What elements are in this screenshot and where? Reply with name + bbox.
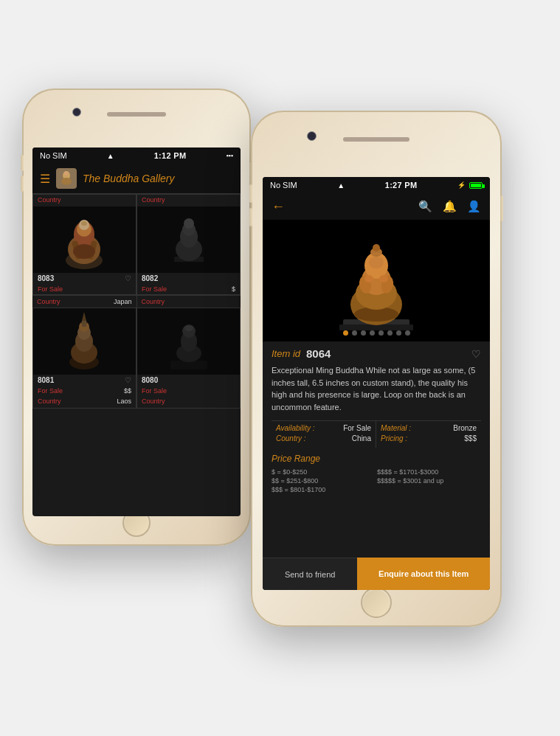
country-row-br: Country <box>137 396 240 408</box>
item-id-8083: 8083 <box>38 274 54 282</box>
dot-7[interactable] <box>396 330 401 336</box>
mid-row-labels: Country Japan Country <box>32 295 241 308</box>
country-label-br: Country <box>142 397 165 405</box>
svg-point-39 <box>373 244 380 251</box>
dot-4[interactable] <box>370 330 375 336</box>
item-row-8082: 8082 <box>137 273 240 284</box>
country-row-tl: Country <box>33 195 136 206</box>
vol-up-2 <box>249 184 252 203</box>
item-id-label: Item id <box>272 348 300 359</box>
availability-row: Availability : For Sale <box>276 424 371 432</box>
battery-icon-1: ▪▪▪ <box>226 152 233 159</box>
dot-6[interactable] <box>387 330 393 336</box>
country-label-tl: Country <box>38 196 61 204</box>
battery-icon-2: ⚡ <box>457 181 466 189</box>
svg-point-1 <box>61 178 72 185</box>
dot-2[interactable] <box>352 330 357 336</box>
item-id-8080: 8080 <box>142 376 158 384</box>
volume-down <box>21 176 24 192</box>
pricing-label: Pricing : <box>381 434 407 442</box>
dot-1[interactable] <box>343 330 348 336</box>
user-nav-icon[interactable]: 👤 <box>467 200 481 213</box>
app-logo <box>56 168 77 189</box>
sale-row-8081: For Sale $$ <box>33 386 136 396</box>
country-spec-value: China <box>352 434 371 442</box>
time-1: 1:12 PM <box>154 151 187 160</box>
grid-cell-top-right[interactable]: Country 8082 <box>136 194 241 295</box>
product-image-area[interactable] <box>263 220 490 341</box>
menu-icon[interactable]: ☰ <box>40 172 50 186</box>
item-id-row: Item id 8064 ♡ <box>272 347 481 360</box>
for-sale-8082: For Sale <box>142 285 167 293</box>
carrier-2: No SIM <box>270 181 297 190</box>
pricing-value: $$$ <box>464 434 477 442</box>
product-image-8081[interactable] <box>33 308 136 375</box>
laos-value: Laos <box>117 397 131 405</box>
battery-group: ⚡ <box>457 181 483 189</box>
svg-rect-24 <box>82 321 86 327</box>
status-bar-1: No SIM ▲ 1:12 PM ▪▪▪ <box>32 147 241 164</box>
price-item-1: $ = $0-$250 <box>272 468 376 476</box>
vol-down-2 <box>249 208 252 226</box>
svg-rect-13 <box>173 262 205 268</box>
sale-row-8080: For Sale <box>137 386 240 396</box>
item-row-8081: 8081 ♡ <box>33 375 136 386</box>
volume-up <box>21 155 24 171</box>
price-legend: $ = $0-$250 $$$$ = $1701-$3000 $$ = $251… <box>272 468 481 493</box>
product-image-8083[interactable] <box>33 206 136 273</box>
bell-nav-icon[interactable]: 🔔 <box>443 200 457 213</box>
dot-3[interactable] <box>361 330 366 336</box>
battery-bar <box>469 182 483 189</box>
material-value: Bronze <box>453 424 477 432</box>
item-id-number: 8064 <box>306 347 331 360</box>
japan-label: Japan <box>114 298 132 305</box>
item-row-8080: 8080 <box>137 375 240 386</box>
country-label-tr: Country <box>142 196 165 204</box>
for-sale-8080: For Sale <box>142 387 167 395</box>
product-grid: Country <box>32 194 241 409</box>
camera-2 <box>307 131 317 141</box>
search-nav-icon[interactable]: 🔍 <box>418 200 432 213</box>
bottom-action-bar: Send to friend Enquire about this Item <box>263 558 490 590</box>
svg-point-29 <box>184 325 193 331</box>
wifi-icon-2: ▲ <box>337 181 345 190</box>
grid-cell-bottom-left[interactable]: 8081 ♡ For Sale $$ Country Laos <box>32 308 136 409</box>
dot-5[interactable] <box>378 330 384 336</box>
product-image-8080[interactable] <box>137 308 240 375</box>
send-to-friend-button[interactable]: Send to friend <box>263 558 357 590</box>
price-8081: $$ <box>124 387 131 395</box>
svg-point-8 <box>81 221 87 226</box>
product-image-8082[interactable] <box>137 206 240 273</box>
nav-icons: 🔍 🔔 👤 <box>418 200 481 213</box>
back-button[interactable]: ← <box>272 199 285 215</box>
availability-label: Availability : <box>276 424 315 432</box>
status-bar-2: No SIM ▲ 1:27 PM ⚡ <box>263 177 490 193</box>
speaker <box>107 112 166 117</box>
item-description: Exceptional Ming Buddha While not as lar… <box>272 364 481 413</box>
dot-8[interactable] <box>405 330 410 336</box>
grid-cell-top-left[interactable]: Country <box>32 194 136 295</box>
speaker-2 <box>343 137 409 142</box>
country-row-bl: Country Laos <box>33 396 136 408</box>
price-item-3: $$$ = $801-$1700 <box>272 486 376 493</box>
power-button-2 <box>500 195 503 221</box>
heart-8081[interactable]: ♡ <box>125 376 131 384</box>
phone2-screen: No SIM ▲ 1:27 PM ⚡ ← 🔍 🔔 👤 <box>263 177 490 590</box>
enquire-button[interactable]: Enquire about this Item <box>357 558 490 590</box>
home-button-2[interactable] <box>361 587 392 618</box>
country-label-bl: Country <box>38 397 61 405</box>
phone1-screen: No SIM ▲ 1:12 PM ▪▪▪ ☰ The Buddha Galler… <box>32 147 241 516</box>
grid-cell-bottom-right[interactable]: 8080 For Sale Country <box>136 308 241 409</box>
phone2-frame: No SIM ▲ 1:27 PM ⚡ ← 🔍 🔔 👤 <box>251 111 502 627</box>
phone1-frame: No SIM ▲ 1:12 PM ▪▪▪ ☰ The Buddha Galler… <box>22 88 251 546</box>
time-2: 1:27 PM <box>385 181 418 190</box>
pricing-row: Pricing : $$$ <box>381 434 477 442</box>
favorite-button[interactable]: ♡ <box>471 348 481 360</box>
heart-8083[interactable]: ♡ <box>125 274 131 282</box>
svg-point-17 <box>184 218 194 229</box>
item-id-8081: 8081 <box>38 376 54 384</box>
price-item-4: $$$$ = $1701-$3000 <box>377 468 481 476</box>
item-id-8082: 8082 <box>142 274 158 282</box>
camera <box>72 108 81 117</box>
svg-point-37 <box>369 257 384 268</box>
